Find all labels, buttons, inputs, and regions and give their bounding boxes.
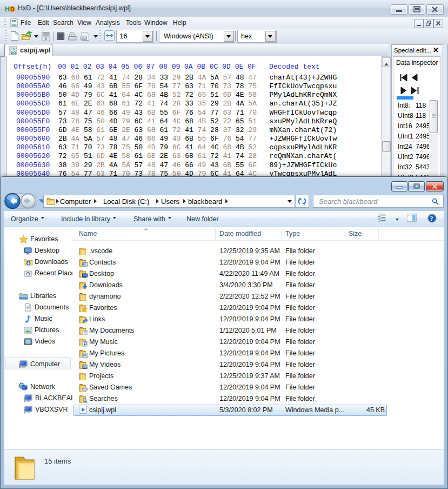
svg-text:AO: AO (12, 23, 17, 27)
svg-text:D: D (10, 6, 15, 12)
svg-text:FD: FD (12, 19, 17, 23)
svg-text:FD: FD (11, 47, 16, 51)
svg-text:?: ? (430, 215, 433, 222)
svg-text:AO: AO (11, 51, 16, 55)
svg-text:H: H (5, 5, 10, 13)
